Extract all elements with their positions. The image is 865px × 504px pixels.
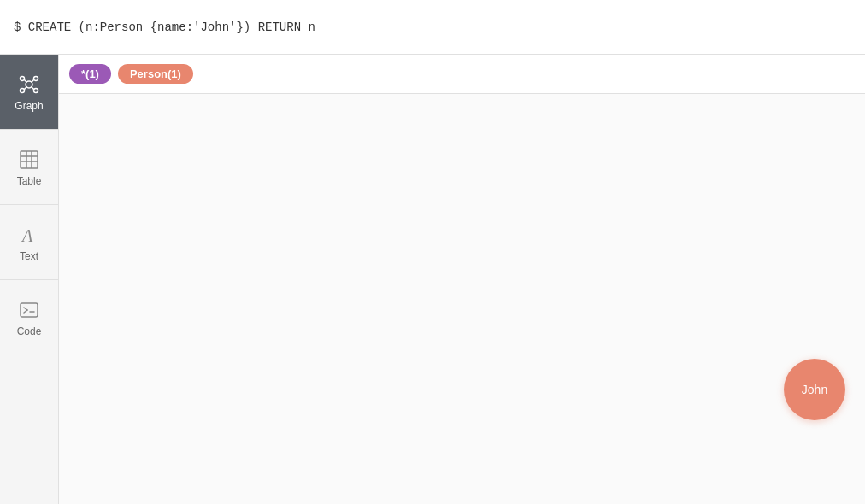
svg-line-7 [24,86,26,89]
svg-text:A: A [21,226,33,245]
query-text: $ CREATE (n:Person {name:'John'}) RETURN… [14,21,315,34]
svg-rect-15 [21,303,38,317]
main-layout: Graph Table A Text [0,55,865,504]
svg-line-8 [32,86,34,89]
sidebar-item-text-label: Text [20,250,38,262]
svg-rect-9 [21,151,38,168]
graph-icon [17,73,41,97]
sidebar-item-table-label: Table [17,175,42,187]
text-icon: A [17,223,41,247]
sidebar: Graph Table A Text [0,55,59,504]
code-icon [17,298,41,322]
query-bar: $ CREATE (n:Person {name:'John'}) RETURN… [0,0,865,55]
svg-line-17 [24,310,27,313]
sidebar-item-graph-label: Graph [15,100,43,112]
node-john[interactable]: John [784,359,845,420]
sidebar-item-code-label: Code [17,325,42,337]
graph-canvas: John [59,94,865,504]
sidebar-item-code[interactable]: Code [0,280,58,355]
svg-line-5 [24,79,26,82]
sidebar-item-graph[interactable]: Graph [0,55,58,130]
sidebar-item-table[interactable]: Table [0,130,58,205]
svg-line-6 [32,79,34,82]
filter-badge-person[interactable]: Person(1) [118,64,193,84]
node-john-label: John [802,383,827,396]
sidebar-item-text[interactable]: A Text [0,205,58,280]
content-area: *(1) Person(1) John [59,55,865,504]
filter-badge-all[interactable]: *(1) [69,64,111,84]
table-icon [17,148,41,172]
filter-bar: *(1) Person(1) [59,55,865,94]
